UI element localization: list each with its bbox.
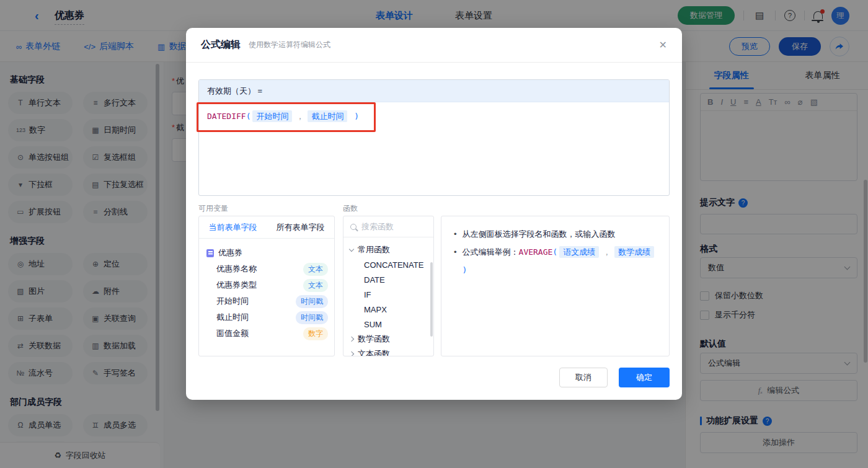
form-designer-app: ‹ 优惠券 表单设计 表单设置 数据管理 ▤ ? 理 ∞ 表单外链 </> 后端… [0,0,868,468]
search-icon [350,224,356,230]
variable-name: 开始时间 [216,296,296,307]
type-badge: 时间戳 [296,311,328,324]
cancel-button[interactable]: 取消 [559,368,608,387]
function-concatenate[interactable]: CONCATENATE [350,257,433,272]
chevron-right-icon [349,351,354,356]
variables-tree: 优惠券 优惠券名称 文本 优惠券类型 文本 开始时间 时间戳 截止时间 时间戳 [199,239,334,342]
form-doc-icon [206,249,214,257]
comma: ， [296,112,304,121]
function-if[interactable]: IF [350,287,433,302]
variable-name: 优惠券名称 [216,263,303,275]
open-paren: ( [552,247,557,257]
variable-name: 面值金额 [216,328,303,339]
group-math-functions[interactable]: 数学函数 [350,332,433,347]
type-badge: 时间戳 [296,295,328,308]
variables-tabs: 当前表单字段 所有表单字段 [199,216,334,239]
tab-current-form-fields[interactable]: 当前表单字段 [209,222,257,233]
function-list: 常用函数 CONCATENATE DATE IF MAPX SUM 数学函数 文… [343,237,433,356]
type-badge: 数字 [303,327,328,340]
function-sum[interactable]: SUM [350,317,433,332]
example-prefix: 公式编辑举例： [463,247,519,257]
chevron-down-icon [349,247,354,252]
root-label: 优惠券 [218,247,242,258]
field-chip-end-time[interactable]: 截止时间 [308,110,347,122]
function-mapx[interactable]: MAPX [350,302,433,317]
modal-header: 公式编辑 使用数学运算符编辑公式 ✕ [186,28,682,63]
tip-select-fields: 从左侧面板选择字段名和函数，或输入函数 [454,225,657,243]
tip-formula-example: 公式编辑举例：AVERAGE(语文成绩，数学成绩 ) [454,243,657,279]
function-name: DATEDIFF [207,112,246,121]
group-label: 文本函数 [358,348,390,356]
variables-section-label: 可用变量 [198,203,228,214]
modal-footer: 取消 确定 [559,368,670,387]
variable-name: 截止时间 [216,312,296,323]
example-function-name: AVERAGE [519,247,553,257]
functions-panel: 搜索函数 常用函数 CONCATENATE DATE IF MAPX SUM 数… [343,216,434,356]
confirm-button[interactable]: 确定 [619,368,670,387]
close-paren: ) [354,112,359,121]
modal-title: 公式编辑 [201,38,241,51]
variable-start-time[interactable]: 开始时间 时间戳 [206,293,328,309]
type-badge: 文本 [303,279,328,292]
tips-panel: 从左侧面板选择字段名和函数，或输入函数 公式编辑举例：AVERAGE(语文成绩，… [441,216,670,356]
tree-root-coupon[interactable]: 优惠券 [206,245,328,261]
variable-end-time[interactable]: 截止时间 时间戳 [206,309,328,325]
group-text-functions[interactable]: 文本函数 [350,347,433,356]
chevron-right-icon [349,337,354,342]
function-date[interactable]: DATE [350,272,433,287]
tab-all-form-fields[interactable]: 所有表单字段 [277,222,325,233]
search-placeholder: 搜索函数 [361,221,394,232]
variables-panel: 当前表单字段 所有表单字段 优惠券 优惠券名称 文本 优惠券类型 文本 开始时间 [198,216,335,356]
field-chip-start-time[interactable]: 开始时间 [252,110,292,122]
formula-expression[interactable]: DATEDIFF(开始时间，截止时间 ) [199,102,669,131]
close-paren: ) [463,265,467,275]
example-chip-chinese-score: 语文成绩 [559,246,599,258]
variable-name: 优惠券类型 [216,280,303,291]
open-paren: ( [246,112,251,121]
type-badge: 文本 [303,263,328,276]
variable-coupon-name[interactable]: 优惠券名称 文本 [206,261,328,277]
formula-editor-modal: 公式编辑 使用数学运算符编辑公式 ✕ 有效期（天） = DATEDIFF(开始时… [186,28,682,400]
close-icon[interactable]: ✕ [659,39,667,51]
modal-subtitle: 使用数学运算符编辑公式 [249,40,330,50]
group-label: 数学函数 [358,333,390,345]
formula-target: 有效期（天） = [199,80,669,102]
variable-coupon-type[interactable]: 优惠券类型 文本 [206,277,328,293]
group-common-functions[interactable]: 常用函数 [350,242,433,257]
example-chip-math-score: 数学成绩 [614,246,654,258]
comma: ， [603,247,611,257]
group-label: 常用函数 [358,244,390,255]
formula-editor: 有效期（天） = DATEDIFF(开始时间，截止时间 ) [198,79,670,196]
functions-section-label: 函数 [343,203,358,214]
variable-face-value[interactable]: 面值金额 数字 [206,325,328,342]
functions-scrollbar[interactable] [430,262,433,337]
function-search[interactable]: 搜索函数 [343,216,433,237]
